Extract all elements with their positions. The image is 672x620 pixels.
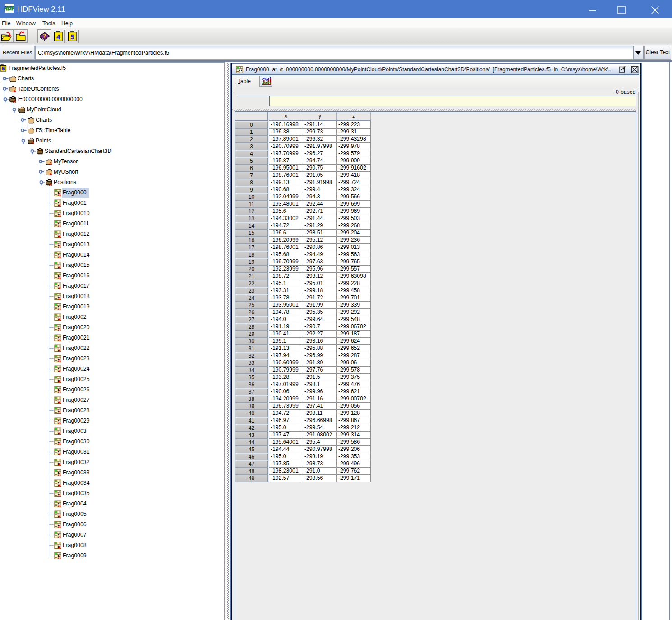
svg-text:A: A (58, 524, 61, 528)
svg-text:A: A (58, 389, 61, 394)
svg-text:?: ? (43, 32, 47, 39)
svg-text:A: A (58, 441, 61, 445)
svg-text:A: A (58, 254, 61, 259)
svg-text:A: A (58, 503, 61, 508)
svg-text:A: A (58, 400, 61, 404)
svg-text:5: 5 (2, 66, 5, 71)
svg-text:A: A (58, 275, 61, 280)
svg-text:A: A (58, 202, 61, 207)
svg-text:A: A (58, 192, 61, 197)
svg-text:A: A (49, 172, 52, 176)
svg-text:A: A (58, 534, 61, 539)
svg-text:A: A (58, 223, 61, 228)
svg-text:A: A (58, 244, 61, 248)
svg-text:A: A (58, 420, 61, 425)
svg-text:A: A (58, 379, 61, 383)
svg-text:A: A (58, 482, 61, 487)
svg-text:A: A (49, 182, 52, 186)
svg-text:4: 4 (56, 33, 60, 41)
svg-text:A: A (58, 317, 61, 321)
svg-text:A: A (58, 545, 61, 549)
svg-text:A: A (58, 265, 61, 269)
svg-text:A: A (58, 514, 61, 518)
svg-text:5: 5 (70, 33, 74, 41)
svg-text:A: A (13, 99, 16, 103)
svg-text:HDF: HDF (4, 5, 14, 12)
svg-text:A: A (58, 348, 61, 352)
svg-text:A: A (58, 472, 61, 477)
svg-text:A: A (58, 285, 61, 290)
svg-text:A: A (58, 462, 61, 466)
svg-text:A: A (58, 213, 61, 217)
svg-text:A: A (58, 493, 61, 497)
svg-text:A: A (58, 555, 61, 560)
svg-text:A: A (31, 141, 34, 145)
svg-text:A: A (58, 451, 61, 456)
svg-text:A: A (58, 358, 61, 363)
svg-text:A: A (58, 296, 61, 300)
svg-text:A: A (49, 161, 52, 165)
svg-text:A: A (58, 234, 61, 238)
svg-text:A: A (13, 89, 16, 93)
svg-text:A: A (58, 431, 61, 435)
svg-text:A: A (58, 306, 61, 311)
svg-text:A: A (58, 368, 61, 373)
svg-text:A: A (58, 337, 61, 342)
svg-text:A: A (58, 327, 61, 331)
svg-text:A: A (58, 410, 61, 414)
